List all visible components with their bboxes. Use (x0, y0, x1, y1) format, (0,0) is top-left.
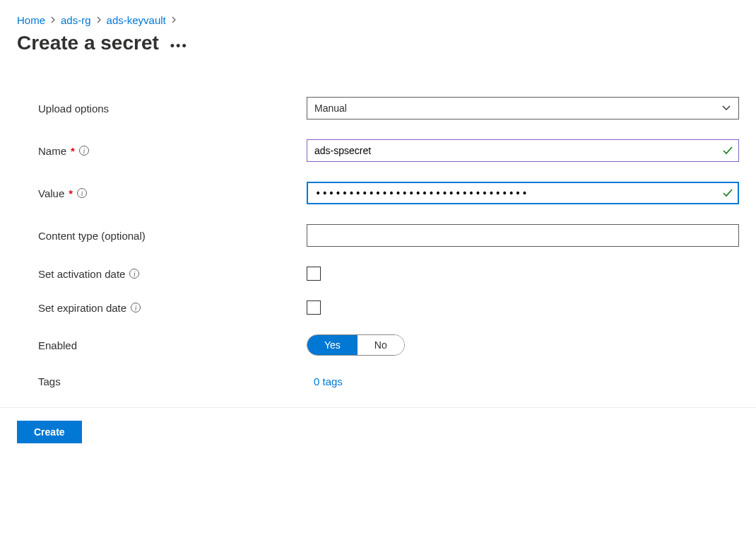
name-input[interactable] (307, 139, 739, 162)
breadcrumb-home[interactable]: Home (17, 14, 45, 26)
row-activation: Set activation date i (38, 267, 739, 281)
label-activation: Set activation date i (38, 268, 307, 280)
required-icon: * (69, 187, 73, 199)
info-icon[interactable]: i (79, 146, 89, 156)
create-secret-form: Upload options Manual Name * i (17, 97, 739, 387)
expiration-checkbox[interactable] (307, 300, 321, 315)
upload-options-value: Manual (314, 103, 347, 114)
label-content-type: Content type (optional) (38, 230, 307, 242)
more-icon[interactable]: ••• (170, 33, 188, 54)
row-name: Name * i (38, 139, 739, 162)
enabled-toggle[interactable]: Yes No (307, 334, 405, 356)
label-tags: Tags (38, 375, 307, 387)
footer: Create (0, 407, 756, 443)
info-icon[interactable]: i (131, 303, 141, 313)
label-value: Value * i (38, 187, 307, 199)
tags-link[interactable]: 0 tags (307, 375, 343, 387)
content-type-input[interactable] (307, 224, 739, 247)
enabled-yes[interactable]: Yes (307, 335, 358, 355)
row-content-type: Content type (optional) (38, 224, 739, 247)
value-input[interactable] (307, 182, 739, 204)
enabled-no[interactable]: No (358, 335, 404, 355)
create-button[interactable]: Create (17, 421, 82, 443)
chevron-right-icon (170, 15, 177, 25)
label-enabled: Enabled (38, 339, 307, 351)
label-expiration: Set expiration date i (38, 302, 307, 314)
row-upload-options: Upload options Manual (38, 97, 739, 119)
label-name: Name * i (38, 145, 307, 157)
row-value: Value * i (38, 182, 739, 204)
chevron-right-icon (95, 15, 102, 25)
row-expiration: Set expiration date i (38, 300, 739, 315)
activation-checkbox[interactable] (307, 267, 321, 281)
page-header: Create a secret ••• (17, 32, 739, 54)
required-icon: * (71, 145, 75, 157)
breadcrumb-keyvault[interactable]: ads-keyvault (107, 14, 166, 26)
row-tags: Tags 0 tags (38, 375, 739, 387)
info-icon[interactable]: i (129, 269, 139, 279)
breadcrumb: Home ads-rg ads-keyvault (17, 14, 739, 26)
page-title: Create a secret (17, 32, 159, 54)
row-enabled: Enabled Yes No (38, 334, 739, 356)
chevron-down-icon (721, 103, 731, 115)
upload-options-select[interactable]: Manual (307, 97, 739, 119)
info-icon[interactable]: i (77, 188, 87, 198)
chevron-right-icon (49, 15, 57, 25)
label-upload-options: Upload options (38, 103, 307, 115)
breadcrumb-rg[interactable]: ads-rg (61, 14, 91, 26)
